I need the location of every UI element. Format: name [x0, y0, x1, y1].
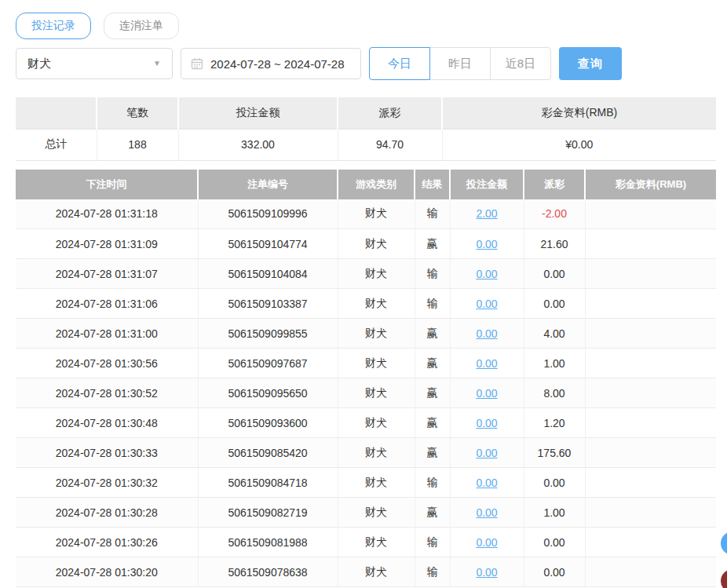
bet-time: 2024-07-28 01:30:33: [16, 438, 198, 468]
result: 赢: [415, 378, 450, 408]
bet-time: 2024-07-28 01:30:20: [16, 557, 198, 587]
filter-controls: 财犬 ▼ 2024-07-28 ~ 2024-07-28: [16, 47, 716, 80]
records-header-result: 结果: [415, 170, 450, 199]
bet-time: 2024-07-28 01:30:48: [16, 408, 198, 438]
table-row: 2024-07-28 01:30:32 5061509084718 财犬 输 0…: [16, 468, 716, 498]
payout-value: 21.60: [524, 229, 585, 259]
range-today-button[interactable]: 今日: [369, 47, 430, 80]
table-row: 2024-07-28 01:30:48 5061509093600 财犬 赢 0…: [16, 408, 716, 438]
summary-total-bet-amount: 332.00: [178, 129, 338, 160]
order-number: 5061509078638: [198, 557, 338, 587]
game-type: 财犬: [338, 378, 415, 408]
summary-header-bet-amount: 投注金额: [178, 97, 338, 129]
payout-value: 1.00: [524, 349, 585, 378]
records-header-order-no: 注单编号: [198, 170, 338, 199]
game-type: 财犬: [338, 199, 415, 229]
bonus-value: [585, 557, 716, 587]
records-table: 下注时间 注单编号 游戏类别 结果 投注金额 派彩 彩金资料(RMB) 2024…: [16, 170, 716, 588]
range-yesterday-button[interactable]: 昨日: [429, 47, 491, 80]
payout-value: 1.20: [524, 408, 585, 438]
result: 赢: [415, 349, 450, 378]
table-row: 2024-07-28 01:30:33 5061509085420 财犬 赢 0…: [16, 438, 716, 468]
tab-bet-records-label: 投注记录: [31, 19, 75, 33]
payout-value: -2.00: [524, 199, 585, 229]
order-number: 5061509099855: [198, 319, 338, 349]
game-type: 财犬: [338, 408, 415, 438]
summary-header-payout: 派彩: [338, 97, 442, 129]
bet-time: 2024-07-28 01:31:06: [16, 289, 198, 319]
result: 赢: [415, 498, 450, 528]
payout-value: 8.00: [524, 378, 585, 408]
tab-cancelled-orders-label: 连消注单: [119, 19, 163, 33]
bonus-value: [585, 378, 716, 408]
bet-time: 2024-07-28 01:31:09: [16, 229, 198, 259]
records-header-bet-amount: 投注金额: [450, 170, 524, 199]
bet-amount-link[interactable]: 0.00: [476, 238, 497, 250]
game-type: 财犬: [338, 528, 415, 557]
chevron-down-icon: ▼: [153, 60, 161, 68]
quick-range-group: 今日 昨日 近8日: [369, 47, 551, 80]
bet-time: 2024-07-28 01:30:52: [16, 378, 198, 408]
order-number: 5061509081988: [198, 528, 338, 557]
bonus-value: [585, 289, 716, 319]
result: 赢: [415, 438, 450, 468]
bet-time: 2024-07-28 01:31:00: [16, 319, 198, 349]
date-range-input[interactable]: 2024-07-28 ~ 2024-07-28: [181, 48, 361, 79]
bet-amount-link[interactable]: 2.00: [476, 207, 497, 220]
bet-amount-link[interactable]: 0.00: [476, 417, 497, 429]
bet-time: 2024-07-28 01:30:28: [16, 498, 198, 528]
date-range-value: 2024-07-28 ~ 2024-07-28: [210, 57, 345, 71]
bet-time: 2024-07-28 01:31:18: [16, 199, 198, 229]
payout-value: 0.00: [524, 289, 585, 319]
summary-total-bonus: ¥0.00: [442, 129, 716, 160]
bet-time: 2024-07-28 01:30:56: [16, 349, 198, 378]
payout-value: 175.60: [524, 438, 585, 468]
game-type: 财犬: [338, 289, 415, 319]
range-today-label: 今日: [388, 57, 411, 71]
result: 输: [415, 468, 450, 498]
order-number: 5061509097687: [198, 349, 338, 378]
search-button[interactable]: 查询: [559, 47, 622, 80]
bet-amount-link[interactable]: 0.00: [476, 447, 497, 459]
search-button-label: 查询: [578, 57, 603, 71]
result: 输: [415, 289, 450, 319]
bet-amount-link[interactable]: 0.00: [476, 477, 497, 489]
order-number: 5061509104774: [198, 229, 338, 259]
summary-header-count: 笔数: [97, 97, 178, 129]
range-last8days-button[interactable]: 近8日: [490, 47, 551, 80]
table-row: 2024-07-28 01:31:18 5061509109996 财犬 输 2…: [16, 199, 716, 229]
table-row: 2024-07-28 01:30:20 5061509078638 财犬 输 0…: [16, 557, 716, 587]
game-select[interactable]: 财犬 ▼: [16, 48, 173, 79]
bet-amount-link[interactable]: 0.00: [476, 268, 497, 280]
bonus-value: [585, 498, 716, 528]
bet-amount-link[interactable]: 0.00: [476, 298, 497, 310]
bet-amount-link[interactable]: 0.00: [476, 327, 497, 340]
game-type: 财犬: [338, 438, 415, 468]
calendar-icon: [191, 57, 203, 70]
summary-header-empty: [16, 97, 97, 129]
bet-amount-link[interactable]: 0.00: [476, 357, 497, 370]
summary-table: 笔数 投注金额 派彩 彩金资料(RMB) 总计 188 332.00 94.70…: [16, 97, 716, 161]
result: 输: [415, 259, 450, 289]
records-header-bonus: 彩金资料(RMB): [585, 170, 716, 199]
tab-bet-records[interactable]: 投注记录: [16, 13, 91, 39]
tab-cancelled-orders[interactable]: 连消注单: [104, 13, 179, 39]
bet-amount-link[interactable]: 0.00: [476, 536, 497, 549]
bet-time: 2024-07-28 01:31:07: [16, 259, 198, 289]
records-header-time: 下注时间: [16, 170, 198, 199]
bet-amount-link[interactable]: 0.00: [476, 387, 497, 400]
tabs-row: 投注记录 连消注单: [16, 13, 716, 39]
result: 赢: [415, 408, 450, 438]
summary-total-label: 总计: [16, 129, 97, 160]
range-last8days-label: 近8日: [506, 57, 535, 71]
result: 赢: [415, 319, 450, 349]
bet-amount-link[interactable]: 0.00: [476, 566, 497, 579]
bonus-value: [585, 319, 716, 349]
page: 投注记录 连消注单 财犬 ▼: [0, 0, 727, 587]
summary-total-count: 188: [97, 129, 178, 160]
bet-time: 2024-07-28 01:30:32: [16, 468, 198, 498]
order-number: 5061509095650: [198, 378, 338, 408]
bonus-value: [585, 229, 716, 259]
game-type: 财犬: [338, 468, 415, 498]
bet-amount-link[interactable]: 0.00: [476, 506, 497, 519]
